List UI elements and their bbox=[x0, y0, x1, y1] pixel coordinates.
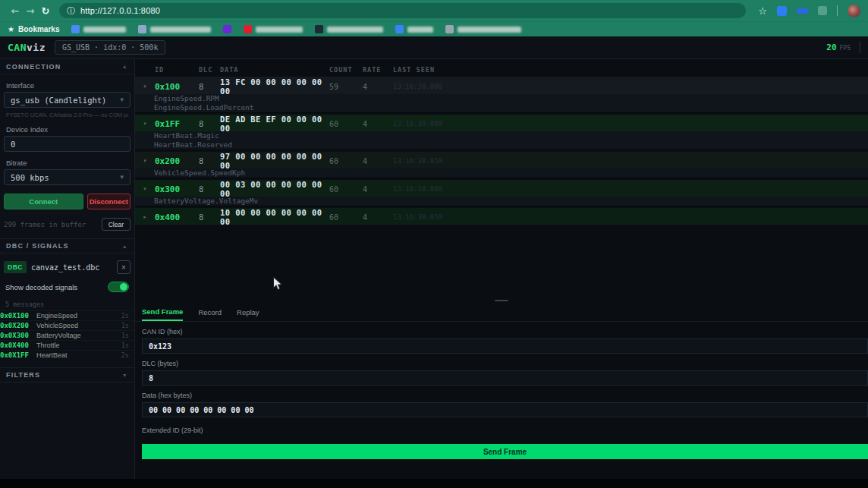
send-frame-button[interactable]: Send Frame bbox=[142, 444, 868, 459]
dbc-message-row[interactable]: 0x0X300 BatteryVoltage 1s bbox=[0, 330, 134, 340]
show-decoded-signals-toggle[interactable] bbox=[108, 282, 129, 292]
expand-arrow-icon[interactable]: ▸ bbox=[135, 214, 155, 220]
signal-rows: HeartBeat.Magic HeartBeat.Reserved bbox=[135, 131, 868, 150]
bookmark-item[interactable] bbox=[315, 25, 383, 33]
col-header-last-seen: LAST SEEN bbox=[393, 66, 868, 74]
dbc-message-row[interactable]: 0x0X1FF HeartBeat 2s bbox=[0, 350, 134, 360]
frames-table-header: ID DLC DATA COUNT RATE LAST SEEN bbox=[135, 62, 868, 77]
message-age: 2s bbox=[121, 312, 129, 320]
tab-record[interactable]: Record bbox=[198, 303, 222, 321]
signal-row[interactable]: EngineSpeed.LoadPercent bbox=[135, 103, 868, 112]
expand-arrow-icon[interactable]: ▾ bbox=[135, 186, 155, 192]
bookmark-item[interactable] bbox=[71, 25, 126, 33]
device-index-input[interactable]: 0 bbox=[4, 136, 131, 152]
bookmark-title-blob bbox=[83, 27, 126, 33]
table-row[interactable]: ▾ 0x1FF 8 DE AD BE EF 00 00 00 00 60 4 1… bbox=[135, 115, 868, 131]
toggle-knob bbox=[120, 283, 127, 291]
col-header-dlc: DLC bbox=[199, 66, 220, 74]
bookmark-favicon bbox=[223, 25, 231, 33]
interface-select[interactable]: gs_usb (Candlelight) ▼ bbox=[4, 92, 131, 108]
bookmark-item[interactable] bbox=[395, 25, 433, 33]
frame-id: 0x300 bbox=[155, 184, 199, 194]
frame-rate: 4 bbox=[363, 83, 393, 91]
signal-row[interactable]: VehicleSpeed.SpeedKph bbox=[135, 168, 868, 178]
message-name: HeartBeat bbox=[36, 351, 121, 359]
profile-avatar[interactable] bbox=[848, 5, 860, 17]
col-header-count: COUNT bbox=[329, 66, 363, 74]
expand-arrow-icon[interactable]: ▾ bbox=[135, 83, 155, 90]
dbc-message-row[interactable]: 0x0X100 EngineSpeed 2s bbox=[0, 310, 134, 320]
data-bytes-input[interactable]: 00 00 00 00 00 00 00 00 bbox=[142, 402, 868, 417]
frame-rate: 4 bbox=[363, 213, 393, 222]
extension-icon[interactable] bbox=[797, 8, 808, 14]
show-decoded-signals-label: Show decoded signals bbox=[5, 283, 77, 291]
bookmark-favicon bbox=[71, 25, 80, 33]
extended-id-checkbox-label[interactable]: Extended ID (29-bit) bbox=[142, 427, 868, 434]
device-index-label: Device Index bbox=[6, 125, 128, 134]
col-header-id: ID bbox=[155, 66, 199, 74]
table-row[interactable]: ▾ 0x100 8 13 FC 00 00 00 00 00 00 59 4 1… bbox=[135, 77, 868, 94]
chevron-down-icon: ▼ bbox=[120, 96, 124, 103]
table-row[interactable]: ▾ 0x300 8 00 03 00 00 00 00 00 00 60 4 1… bbox=[135, 180, 868, 197]
frame-count: 60 bbox=[329, 157, 363, 165]
back-icon[interactable]: ← bbox=[8, 5, 23, 17]
app-logo: CANviz bbox=[8, 42, 46, 53]
frame-data: DE AD BE EF 00 00 00 00 bbox=[220, 115, 329, 133]
disconnect-button[interactable]: Disconnect bbox=[87, 194, 131, 209]
dbc-section-header[interactable]: DBC / SIGNALS ▲ bbox=[0, 238, 134, 253]
url-bar[interactable]: ⓘ http://127.0.0.1:8080 bbox=[59, 3, 746, 18]
bookmark-favicon bbox=[244, 25, 252, 33]
filters-section-header[interactable]: FILTERS ▼ bbox=[0, 367, 134, 383]
forward-icon[interactable]: → bbox=[23, 5, 38, 17]
collapse-down-icon[interactable]: ▼ bbox=[122, 373, 128, 378]
frame-count: 59 bbox=[329, 83, 363, 91]
chevron-down-icon: ▼ bbox=[120, 174, 124, 181]
dbc-message-row[interactable]: 0x0X400 Throttle 1s bbox=[0, 340, 134, 350]
bookmark-star-icon[interactable]: ☆ bbox=[758, 5, 767, 17]
bitrate-select[interactable]: 500 kbps ▼ bbox=[4, 169, 131, 185]
frame-last-seen: 13:16:38.059 bbox=[393, 213, 868, 221]
bookmark-title-blob bbox=[407, 27, 433, 33]
bookmark-item[interactable] bbox=[445, 25, 521, 33]
frame-id: 0x200 bbox=[155, 156, 199, 166]
col-header-rate: RATE bbox=[363, 66, 393, 74]
expand-arrow-icon[interactable]: ▾ bbox=[135, 121, 155, 127]
connection-section-header[interactable]: CONNECTION ▲ bbox=[0, 59, 134, 74]
dlc-input[interactable]: 8 bbox=[142, 370, 868, 386]
dbc-badge: DBC bbox=[4, 261, 27, 273]
bookmark-item[interactable] bbox=[138, 25, 211, 33]
connect-button[interactable]: Connect bbox=[4, 194, 83, 209]
frame-dlc: 8 bbox=[199, 213, 220, 222]
dbc-message-row[interactable]: 0x0X200 VehicleSpeed 1s bbox=[0, 320, 134, 330]
sidebar: CONNECTION ▲ Interface gs_usb (Candlelig… bbox=[0, 59, 135, 479]
frame-data: 13 FC 00 00 00 00 00 00 bbox=[220, 77, 329, 96]
collapse-up-icon[interactable]: ▲ bbox=[122, 244, 128, 249]
frame-last-seen: 13:16:38.858 bbox=[393, 157, 868, 165]
frame-dlc: 8 bbox=[199, 156, 220, 165]
frame-data: 00 03 00 00 00 00 00 00 bbox=[220, 180, 329, 198]
expand-arrow-icon[interactable]: ▾ bbox=[135, 158, 155, 164]
signal-row[interactable]: BatteryVoltage.VoltageMv bbox=[135, 197, 868, 206]
url-text[interactable]: http://127.0.0.1:8080 bbox=[80, 6, 160, 15]
can-id-input[interactable]: 0x123 bbox=[142, 338, 868, 354]
site-info-icon[interactable]: ⓘ bbox=[67, 7, 75, 15]
frame-data: 10 00 00 00 00 00 00 00 bbox=[220, 208, 329, 226]
reload-icon[interactable]: ↻ bbox=[38, 5, 53, 17]
signal-row[interactable]: HeartBeat.Reserved bbox=[135, 140, 868, 150]
extensions-puzzle-icon[interactable] bbox=[818, 6, 827, 15]
interface-label: Interface bbox=[6, 81, 128, 90]
tab-replay[interactable]: Replay bbox=[237, 303, 259, 321]
message-id: 0x0X400 bbox=[0, 342, 36, 349]
bookmark-item[interactable] bbox=[223, 25, 231, 33]
tab-send-frame[interactable]: Send Frame bbox=[142, 303, 183, 321]
clear-buffer-button[interactable]: Clear bbox=[102, 218, 131, 231]
bookmark-item[interactable] bbox=[244, 25, 303, 33]
close-icon[interactable]: × bbox=[117, 260, 131, 274]
frame-rate: 4 bbox=[363, 185, 393, 194]
table-row[interactable]: ▸ 0x400 8 10 00 00 00 00 00 00 00 60 4 1… bbox=[135, 208, 868, 225]
table-row[interactable]: ▾ 0x200 8 97 00 00 00 00 00 00 00 60 4 1… bbox=[135, 152, 868, 168]
panel-resize-handle[interactable] bbox=[495, 300, 508, 301]
extension-icon[interactable] bbox=[777, 6, 787, 16]
app-header: CANviz GS_USB · idx:0 · 500k 20 FPS bbox=[0, 36, 868, 59]
collapse-up-icon[interactable]: ▲ bbox=[122, 64, 128, 69]
